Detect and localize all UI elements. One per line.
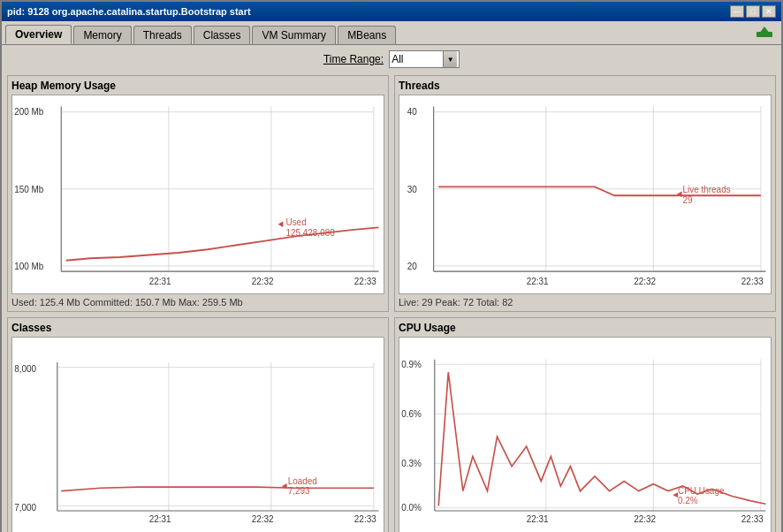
maximize-button[interactable]: □: [746, 5, 760, 18]
tabs-bar: Overview Memory Threads Classes VM Summa…: [2, 21, 781, 44]
tab-memory[interactable]: Memory: [73, 26, 131, 44]
svg-text:22:31: 22:31: [527, 514, 549, 524]
svg-text:22:31: 22:31: [149, 276, 171, 287]
window-title: pid: 9128 org.apache.catalina.startup.Bo…: [7, 6, 251, 17]
minimize-button[interactable]: —: [730, 5, 744, 18]
content-area: Time Range: All ▼ Heap Memory Usage 200 …: [2, 44, 781, 532]
svg-text:22:32: 22:32: [634, 276, 656, 287]
time-range-select[interactable]: All ▼: [389, 50, 460, 68]
svg-text:Used: Used: [285, 216, 306, 227]
threads-footer: Live: 29 Peak: 72 Total: 82: [399, 297, 772, 308]
svg-text:22:31: 22:31: [149, 514, 171, 524]
svg-text:0.6%: 0.6%: [401, 409, 422, 419]
heap-memory-title: Heap Memory Usage: [11, 80, 384, 92]
close-button[interactable]: ✕: [762, 5, 776, 18]
heap-memory-panel: Heap Memory Usage 200 Mb 150 Mb 100 Mb: [7, 75, 389, 312]
svg-text:200 Mb: 200 Mb: [14, 106, 43, 118]
svg-text:0.0%: 0.0%: [401, 503, 422, 513]
svg-text:22:33: 22:33: [354, 276, 376, 287]
cpu-usage-chart: 0.9% 0.6% 0.3% 0.0%: [399, 337, 772, 532]
svg-text:◄: ◄: [675, 187, 684, 199]
heap-memory-chart: 200 Mb 150 Mb 100 Mb: [11, 95, 384, 294]
svg-text:Live threads: Live threads: [683, 183, 731, 194]
svg-text:100 Mb: 100 Mb: [14, 260, 43, 271]
svg-text:22:33: 22:33: [354, 514, 376, 524]
cpu-usage-panel: CPU Usage 0.9% 0.6% 0.3% 0.0%: [394, 317, 776, 532]
svg-text:22:33: 22:33: [741, 514, 764, 524]
svg-text:22:31: 22:31: [527, 276, 549, 287]
svg-text:◄: ◄: [280, 481, 289, 490]
svg-text:◄: ◄: [671, 490, 680, 499]
threads-panel: Threads 40 30 20: [394, 75, 776, 312]
title-bar: pid: 9128 org.apache.catalina.startup.Bo…: [2, 2, 781, 21]
svg-text:22:32: 22:32: [252, 276, 274, 287]
svg-text:29: 29: [683, 194, 693, 205]
classes-title: Classes: [11, 322, 384, 334]
tab-classes[interactable]: Classes: [194, 26, 251, 44]
heap-memory-footer: Used: 125.4 Mb Committed: 150.7 Mb Max: …: [11, 297, 384, 308]
time-range-dropdown-arrow[interactable]: ▼: [443, 51, 457, 67]
svg-text:7,293: 7,293: [288, 486, 310, 496]
time-range-label: Time Range:: [323, 53, 384, 65]
svg-text:22:33: 22:33: [741, 276, 764, 287]
time-range-value: All: [392, 53, 443, 65]
tab-vm-summary[interactable]: VM Summary: [252, 26, 336, 44]
svg-text:7,000: 7,000: [14, 503, 36, 513]
svg-text:125,428,080: 125,428,080: [285, 227, 334, 239]
time-range-bar: Time Range: All ▼: [7, 50, 776, 68]
corner-icon: [755, 25, 774, 44]
svg-text:30: 30: [407, 183, 417, 194]
classes-panel: Classes 8,000 7,000: [7, 317, 389, 532]
window-controls: — □ ✕: [730, 5, 776, 18]
svg-text:Loaded: Loaded: [288, 476, 317, 486]
svg-text:40: 40: [407, 106, 417, 118]
main-window: pid: 9128 org.apache.catalina.startup.Bo…: [0, 0, 783, 532]
svg-text:22:32: 22:32: [252, 514, 274, 524]
charts-grid: Heap Memory Usage 200 Mb 150 Mb 100 Mb: [7, 75, 776, 532]
svg-text:CPU Usage: CPU Usage: [678, 486, 725, 496]
threads-chart: 40 30 20: [399, 95, 772, 294]
threads-title: Threads: [399, 80, 772, 92]
tab-mbeans[interactable]: MBeans: [338, 26, 396, 44]
tab-overview[interactable]: Overview: [5, 25, 72, 44]
svg-text:0.9%: 0.9%: [401, 360, 422, 369]
classes-chart: 8,000 7,000 22:31 22:: [11, 337, 384, 532]
svg-text:22:32: 22:32: [634, 514, 656, 524]
tab-threads[interactable]: Threads: [133, 26, 192, 44]
cpu-usage-title: CPU Usage: [399, 322, 772, 334]
svg-text:◄: ◄: [276, 218, 285, 230]
svg-text:8,000: 8,000: [14, 364, 36, 374]
svg-text:0.2%: 0.2%: [678, 496, 698, 505]
svg-text:150 Mb: 150 Mb: [14, 183, 43, 194]
svg-text:20: 20: [407, 260, 417, 271]
svg-text:0.3%: 0.3%: [401, 459, 422, 468]
